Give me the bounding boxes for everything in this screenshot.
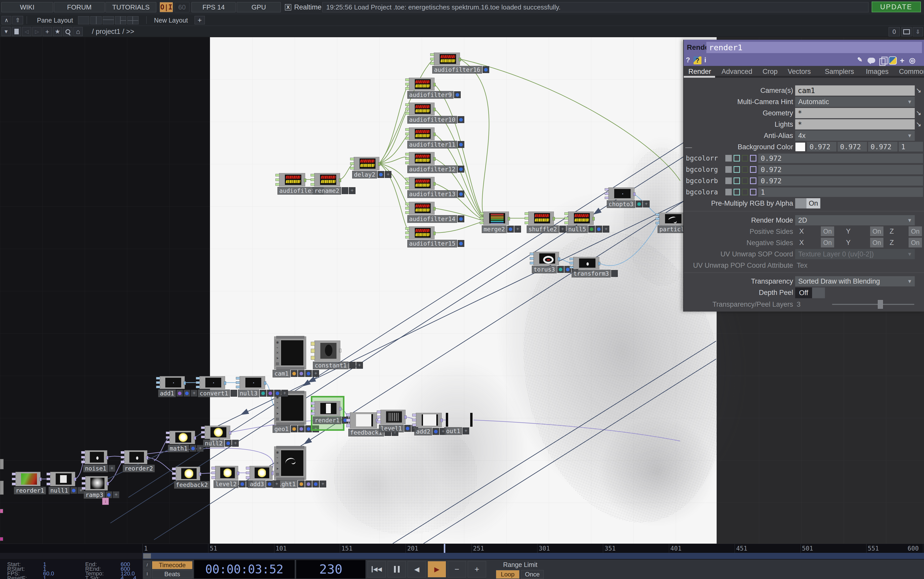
node-audiofilein2[interactable]: audiofilein2 xyxy=(279,173,305,186)
node-reorder1[interactable]: reorder1 xyxy=(15,472,41,486)
download-arrow-icon[interactable]: ⇩ xyxy=(913,27,923,36)
node-level2[interactable]: level2+ xyxy=(215,466,238,480)
output-connector[interactable] xyxy=(592,217,595,221)
search-zoom-icon[interactable] xyxy=(63,27,72,36)
node-feedback2[interactable]: feedback2 xyxy=(176,467,200,481)
channel-flag-box[interactable] xyxy=(742,166,748,173)
forward-arrow-icon[interactable]: ▷ xyxy=(32,27,41,36)
input-connectors[interactable] xyxy=(196,377,200,388)
frame-mode-button[interactable]: / xyxy=(144,561,151,569)
input-connectors[interactable] xyxy=(311,402,315,415)
once-button[interactable]: Once xyxy=(521,570,543,579)
output-connector[interactable] xyxy=(199,472,201,476)
node-flag[interactable] xyxy=(225,440,231,447)
input-connectors[interactable] xyxy=(12,473,16,485)
output-connector[interactable] xyxy=(433,132,436,136)
loop-button[interactable]: Loop xyxy=(496,570,520,579)
layout-preset-split-right[interactable] xyxy=(115,16,126,25)
node-constant1[interactable]: constant1+ xyxy=(314,340,340,361)
pane-type-dropdown[interactable]: ▼ xyxy=(2,27,11,36)
multicam-dropdown[interactable]: Automatic▼ xyxy=(795,96,915,107)
antialias-dropdown[interactable]: 4x▼ xyxy=(795,131,915,141)
input-connectors[interactable] xyxy=(377,411,381,423)
node-audiofilter9[interactable]: audiofilter9 xyxy=(409,78,435,90)
input-connectors[interactable] xyxy=(525,212,529,224)
output-connector[interactable] xyxy=(433,232,436,235)
neg-y-toggle[interactable]: On xyxy=(870,238,883,247)
output-connector[interactable] xyxy=(433,157,436,161)
node-flag[interactable] xyxy=(349,362,356,369)
info-value[interactable]: 4 4 xyxy=(121,575,136,579)
node-null3[interactable]: null3+ xyxy=(240,376,265,389)
node-flag[interactable] xyxy=(239,481,246,487)
layout-preset-two-row[interactable] xyxy=(103,16,114,25)
input-connectors[interactable] xyxy=(310,174,315,186)
collapse-indicator[interactable]: — xyxy=(685,143,692,151)
output-connector[interactable] xyxy=(107,482,109,486)
input-connectors[interactable] xyxy=(121,451,125,463)
node-flag-add[interactable]: + xyxy=(356,362,363,369)
node-transform3[interactable]: transform3 xyxy=(573,257,599,269)
input-connectors[interactable] xyxy=(480,212,484,224)
input-connectors[interactable] xyxy=(81,451,85,463)
layout-preset-single[interactable] xyxy=(78,16,89,25)
channel-flag-box[interactable] xyxy=(734,177,740,184)
channel-flag-box[interactable] xyxy=(750,189,757,195)
node-level1[interactable]: level1+ xyxy=(381,410,405,424)
maximize-pane-icon[interactable]: ∧ xyxy=(2,16,11,25)
node-flag-add[interactable]: + xyxy=(197,445,204,452)
node-flag[interactable] xyxy=(404,425,411,432)
output-connector[interactable] xyxy=(598,262,600,265)
input-connectors[interactable] xyxy=(430,53,434,65)
node-flag[interactable] xyxy=(483,66,489,73)
play-button[interactable]: ▶ xyxy=(428,561,446,577)
node-flag-add[interactable]: + xyxy=(643,201,650,208)
output-connector[interactable] xyxy=(459,58,461,61)
python-help-icon[interactable]: ? xyxy=(694,56,701,64)
channel-flag-box[interactable] xyxy=(742,155,748,162)
node-flag[interactable] xyxy=(636,201,642,208)
input-connectors[interactable] xyxy=(405,227,409,239)
node-flag[interactable] xyxy=(458,215,464,222)
node-flag-add[interactable]: + xyxy=(281,390,288,397)
comment-edit-icon[interactable]: ✎ xyxy=(857,56,862,63)
node-audiofilter11[interactable]: audiofilter11 xyxy=(409,128,435,140)
node-flag-add[interactable]: + xyxy=(312,370,319,377)
node-shuffle2[interactable]: shuffle2+ xyxy=(528,211,554,225)
tab-crop[interactable]: Crop xyxy=(763,68,778,76)
timeline-ruler[interactable]: 151101151201251301351401451501551600 xyxy=(0,544,924,553)
node-flag[interactable] xyxy=(377,171,384,178)
node-flag[interactable] xyxy=(230,390,237,397)
depthpeel-toggle[interactable] xyxy=(812,288,825,298)
tab-images[interactable]: Images xyxy=(866,68,889,76)
node-out1[interactable]: out1+ xyxy=(446,413,473,427)
input-connectors[interactable] xyxy=(156,377,160,388)
input-connectors[interactable] xyxy=(166,432,170,443)
channel-flag-box[interactable] xyxy=(734,166,740,173)
output-connector[interactable] xyxy=(74,478,76,481)
input-connectors[interactable] xyxy=(236,377,240,388)
node-flag[interactable] xyxy=(341,187,348,194)
node-flag[interactable] xyxy=(458,191,464,198)
channel-flag-box[interactable] xyxy=(725,166,732,173)
node-flag[interactable] xyxy=(176,390,183,397)
bgcolora-value-field[interactable]: 1 xyxy=(758,187,923,197)
node-null1[interactable]: null1+ xyxy=(50,472,75,486)
realtime-checkbox[interactable]: X xyxy=(285,4,291,10)
node-flag[interactable] xyxy=(274,390,281,397)
node-audiofilter13[interactable]: audiofilter13 xyxy=(409,177,435,190)
python-icon[interactable] xyxy=(889,56,897,65)
info-icon[interactable]: i xyxy=(704,56,706,64)
bgcolorb-value-field[interactable]: 0.972 xyxy=(758,176,923,186)
comment-bubble-icon[interactable] xyxy=(868,58,875,63)
tab-render[interactable]: Render xyxy=(688,68,711,76)
node-flag[interactable] xyxy=(312,481,319,487)
node-flag[interactable] xyxy=(298,425,305,432)
forum-button[interactable]: FORUM xyxy=(54,2,105,12)
output-connector[interactable] xyxy=(194,436,196,440)
op-picker-icon[interactable]: ↘ xyxy=(916,87,921,94)
channel-flag-box[interactable] xyxy=(734,155,740,162)
output-connector[interactable] xyxy=(440,419,443,422)
output-connector[interactable] xyxy=(237,471,239,475)
node-flag-add[interactable]: + xyxy=(273,481,280,487)
